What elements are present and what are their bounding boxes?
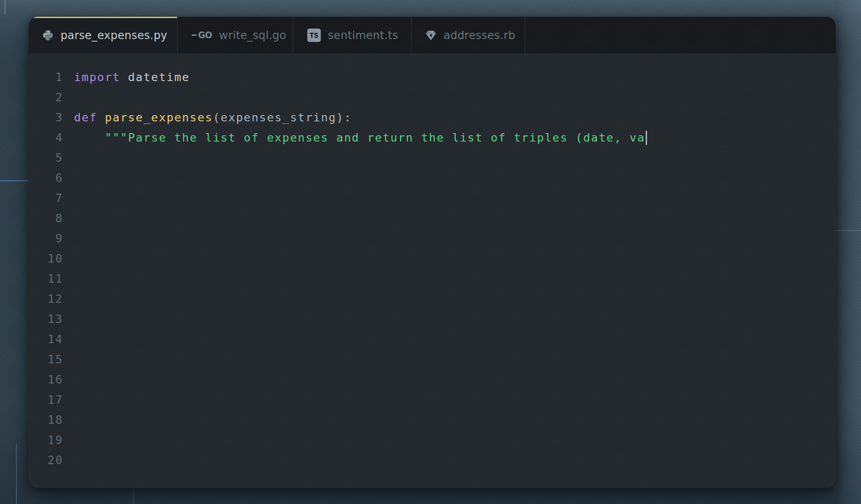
code-line: 1import datetime xyxy=(29,67,836,87)
code-line: 4 """Parse the list of expenses and retu… xyxy=(29,128,836,148)
tab-bar: parse_expenses.py GO write_sql.go TS sen… xyxy=(29,17,836,53)
line-number: 17 xyxy=(29,390,63,410)
line-number: 18 xyxy=(29,410,63,430)
code-line: 10 xyxy=(29,249,836,269)
code-text: import datetime xyxy=(74,67,190,87)
background-right-band xyxy=(837,0,861,504)
code-line: 14 xyxy=(29,329,836,349)
code-line: 3def parse_expenses(expenses_string): xyxy=(29,108,836,128)
code-line: 20 xyxy=(29,450,836,470)
line-number: 7 xyxy=(29,188,63,208)
background-gridline xyxy=(0,180,29,181)
code-line: 6 xyxy=(29,168,836,188)
background-gridline xyxy=(133,487,134,504)
code-editor[interactable]: 1import datetime23def parse_expenses(exp… xyxy=(29,53,836,470)
code-line: 7 xyxy=(29,188,836,208)
background-gridline xyxy=(16,444,17,504)
typescript-icon: TS xyxy=(307,29,321,42)
code-line: 18 xyxy=(29,410,836,430)
line-number: 9 xyxy=(29,228,63,249)
code-line: 2 xyxy=(29,87,836,108)
line-number: 15 xyxy=(29,349,63,370)
background-gridline xyxy=(836,230,861,231)
code-line: 15 xyxy=(29,349,836,370)
code-line: 5 xyxy=(29,148,836,168)
code-line: 9 xyxy=(29,228,836,249)
background-gridline xyxy=(5,0,5,14)
line-number: 1 xyxy=(29,67,63,87)
line-number: 16 xyxy=(29,370,63,390)
tab-addresses-rb[interactable]: addresses.rb xyxy=(412,17,526,53)
code-text: """Parse the list of expenses and return… xyxy=(74,128,647,148)
code-line: 16 xyxy=(29,370,836,390)
line-number: 8 xyxy=(29,208,63,228)
code-lines: 1import datetime23def parse_expenses(exp… xyxy=(29,67,836,470)
code-line: 13 xyxy=(29,309,836,329)
tab-label: write_sql.go xyxy=(219,29,286,42)
tab-label: sentiment.ts xyxy=(328,29,398,42)
line-number: 12 xyxy=(29,289,63,309)
tab-label: parse_expenses.py xyxy=(61,29,167,42)
code-line: 19 xyxy=(29,430,836,450)
code-line: 8 xyxy=(29,208,836,228)
desktop-background: { "tabs": [ {"label": "parse_expenses.py… xyxy=(0,0,861,504)
code-editor-window: parse_expenses.py GO write_sql.go TS sen… xyxy=(29,17,836,488)
ruby-icon xyxy=(425,30,436,41)
code-line: 11 xyxy=(29,269,836,289)
tab-write-sql-go[interactable]: GO write_sql.go xyxy=(178,17,293,53)
line-number: 2 xyxy=(29,87,63,108)
line-number: 11 xyxy=(29,269,63,289)
line-number: 10 xyxy=(29,249,63,269)
line-number: 13 xyxy=(29,309,63,329)
line-number: 6 xyxy=(29,168,63,188)
line-number: 4 xyxy=(29,128,63,148)
code-line: 17 xyxy=(29,390,836,410)
line-number: 3 xyxy=(29,108,63,128)
python-icon xyxy=(42,30,53,41)
text-cursor xyxy=(646,131,647,145)
line-number: 14 xyxy=(29,329,63,349)
go-icon: GO xyxy=(192,30,212,40)
line-number: 5 xyxy=(29,148,63,168)
tab-label: addresses.rb xyxy=(444,29,515,42)
code-text: def parse_expenses(expenses_string): xyxy=(74,108,352,128)
line-number: 20 xyxy=(29,450,63,470)
line-number: 19 xyxy=(29,430,63,450)
tab-parse-expenses-py[interactable]: parse_expenses.py xyxy=(29,17,178,53)
code-line: 12 xyxy=(29,289,836,309)
tab-sentiment-ts[interactable]: TS sentiment.ts xyxy=(293,17,412,53)
